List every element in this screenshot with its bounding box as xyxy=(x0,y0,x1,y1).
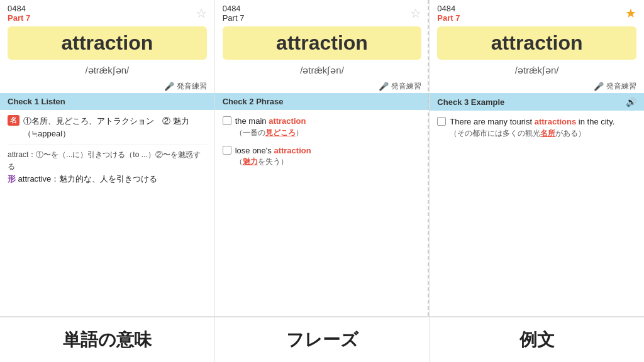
panel2-check-label: Check 2 Phrase xyxy=(223,97,284,106)
phrase-item-2: lose one's attraction （魅力を失う） xyxy=(223,145,422,168)
panel2-header: 0484 Part 7 ☆ xyxy=(215,0,430,24)
panel2-phonetic: /ətrǽkʃən/ xyxy=(215,65,430,76)
phrase-checkbox-2[interactable]: lose one's attraction xyxy=(223,145,422,157)
panel1-badge-noun: 名 xyxy=(8,115,19,126)
panel-example: 0484 Part 7 ★ attraction /ətrǽkʃən/ 🎤 発音… xyxy=(430,0,644,316)
panel3-mic-icon: 🎤 xyxy=(594,82,604,91)
phrase-ja-2: （魅力を失う） xyxy=(235,156,422,167)
phrase-item-1: the main attraction （一番の見どころ） xyxy=(223,115,422,138)
example-item-1: There are many tourist attractions in th… xyxy=(437,116,636,139)
panel3-content: There are many tourist attractions in th… xyxy=(430,111,644,316)
panel1-related-1: attract：①〜を（...に）引きつける（to ...）②〜を魅惑する xyxy=(8,149,207,173)
panel1-star-icon[interactable]: ☆ xyxy=(196,6,207,21)
phrase-en-1: the main attraction xyxy=(235,115,306,128)
bottom-label-2: フレーズ xyxy=(215,317,430,362)
panel2-pronunciation-label: 発音練習 xyxy=(391,81,421,92)
panel1-related-2: 形 attractive：魅力的な、人を引きつける xyxy=(8,173,207,185)
panel1-related-block: attract：①〜を（...に）引きつける（to ...）②〜を魅惑する 形 … xyxy=(8,145,207,186)
panel-phrase: 0484 Part 7 ☆ attraction /ətrǽkʃən/ 🎤 発音… xyxy=(215,0,430,316)
panel3-check-label: Check 3 Example xyxy=(437,97,504,107)
bottom-label-3: 例文 xyxy=(430,317,644,362)
phrase-ja-1: （一番の見どころ） xyxy=(235,128,422,138)
phrase-en-2: lose one's attraction xyxy=(235,145,311,157)
panel3-pronunciation-label: 発音練習 xyxy=(606,81,636,92)
example-box-1[interactable] xyxy=(437,117,446,126)
checkbox-1[interactable] xyxy=(223,116,231,125)
phrase-checkbox-1[interactable]: the main attraction xyxy=(223,115,422,128)
bottom-labels: 単語の意味 フレーズ 例文 xyxy=(0,317,644,362)
panel1-word-title: attraction xyxy=(8,26,207,60)
panel1-phonetic: /ətrǽkʃən/ xyxy=(0,65,214,76)
panel2-mic-icon: 🎤 xyxy=(379,82,389,91)
panel-word-meaning: 0484 Part 7 ☆ attraction /ətrǽkʃən/ 🎤 発音… xyxy=(0,0,215,316)
panel2-check-bar[interactable]: Check 2 Phrase xyxy=(215,93,430,110)
panel1-id-part: 0484 Part 7 xyxy=(8,4,30,23)
panel1-header: 0484 Part 7 ☆ xyxy=(0,0,214,24)
panel3-header: 0484 Part 7 ★ xyxy=(430,0,644,24)
panel3-word-title: attraction xyxy=(437,26,636,60)
panel1-part-label: Part 7 xyxy=(8,13,30,23)
panel1-check-bar[interactable]: Check 1 Listen xyxy=(0,93,214,110)
panel3-pronunciation-row[interactable]: 🎤 発音練習 xyxy=(430,80,644,93)
panel3-speaker-icon[interactable]: 🔊 xyxy=(626,97,636,107)
example-checkbox-1[interactable]: There are many tourist attractions in th… xyxy=(437,116,636,128)
bottom-label-1: 単語の意味 xyxy=(0,317,215,362)
checkbox-2[interactable] xyxy=(223,146,231,155)
panel3-id-part: 0484 Part 7 xyxy=(437,4,460,23)
panel1-definition-block: 名 ①名所、見どころ、アトラクション ② 魅力（≒appeal） xyxy=(8,115,207,140)
panel2-word-title: attraction xyxy=(223,26,422,60)
panel1-def-text: ①名所、見どころ、アトラクション ② 魅力（≒appeal） xyxy=(23,115,207,140)
panel2-content: the main attraction （一番の見どころ） lose one's… xyxy=(215,110,430,316)
panel2-part-label: Part 7 xyxy=(223,13,245,23)
panel3-star-icon[interactable]: ★ xyxy=(625,6,636,21)
panel1-def-line: 名 ①名所、見どころ、アトラクション ② 魅力（≒appeal） xyxy=(8,115,207,140)
example-en-wrap-1: There are many tourist attractions in th… xyxy=(450,116,614,128)
panel1-word-id: 0484 xyxy=(8,4,30,13)
panel2-pronunciation-row[interactable]: 🎤 発音練習 xyxy=(215,80,430,93)
example-ja-1: （その都市には多くの観光名所がある） xyxy=(450,128,636,139)
panel1-mic-icon: 🎤 xyxy=(164,82,174,91)
panel3-part-label: Part 7 xyxy=(437,13,460,23)
panel1-content: 名 ①名所、見どころ、アトラクション ② 魅力（≒appeal） attract… xyxy=(0,110,214,316)
panel3-phonetic: /ətrǽkʃən/ xyxy=(430,65,644,76)
panel2-word-id: 0484 xyxy=(223,4,245,13)
panel3-check-bar[interactable]: Check 3 Example 🔊 xyxy=(430,93,644,111)
panel1-check-label: Check 1 Listen xyxy=(8,97,65,106)
panel3-word-id: 0484 xyxy=(437,4,460,13)
panel1-pronunciation-row[interactable]: 🎤 発音練習 xyxy=(0,80,214,93)
panel2-star-icon[interactable]: ☆ xyxy=(410,6,421,21)
panel2-id-part: 0484 Part 7 xyxy=(223,4,245,23)
panel1-pronunciation-label: 発音練習 xyxy=(177,81,207,92)
